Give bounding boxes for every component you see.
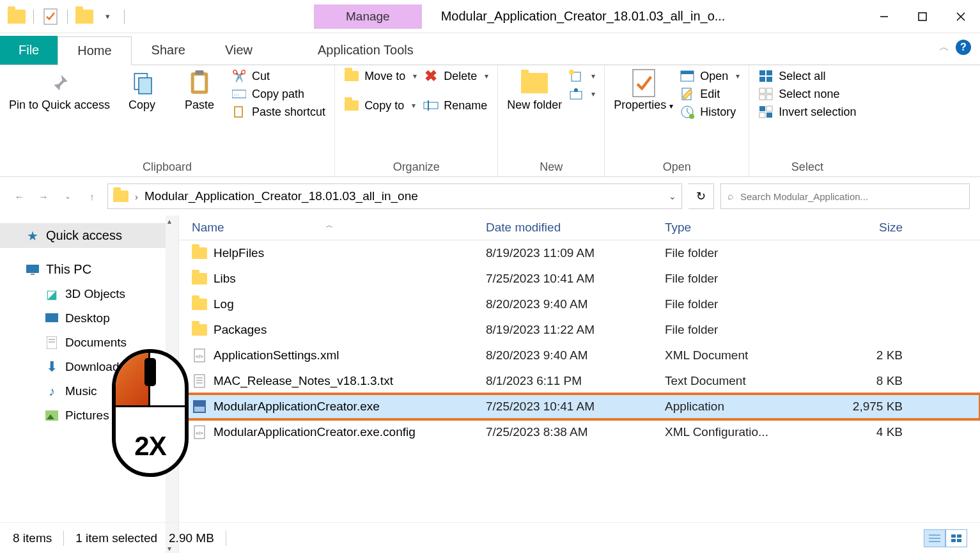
open-button[interactable]: Open	[680, 69, 740, 83]
sidebar-item-desktop[interactable]: Desktop	[0, 306, 178, 331]
maximize-button[interactable]	[903, 4, 942, 29]
svg-point-17	[569, 70, 574, 75]
sidebar-item-label: Pictures	[65, 409, 109, 423]
back-button[interactable]: ←	[10, 187, 28, 205]
svg-point-19	[574, 88, 578, 92]
column-name[interactable]: Name︿	[179, 221, 486, 235]
history-button[interactable]: History	[680, 105, 740, 119]
search-icon: ⌕	[727, 191, 734, 202]
svg-rect-33	[766, 95, 772, 100]
file-row[interactable]: ModularApplicationCreator.exe7/25/2023 1…	[179, 394, 980, 419]
delete-button[interactable]: ✖Delete	[423, 69, 488, 83]
invert-selection-button[interactable]: Invert selection	[758, 105, 856, 119]
new-folder-button[interactable]: New folder	[507, 69, 562, 112]
sidebar-item-label: This PC	[46, 262, 91, 277]
file-row[interactable]: </>ModularApplicationCreator.exe.config7…	[179, 419, 980, 445]
icons-view-button[interactable]	[945, 529, 967, 547]
svg-text:···: ···	[234, 91, 239, 98]
copy-button[interactable]: Copy	[116, 69, 167, 112]
move-to-button[interactable]: Move to	[344, 69, 417, 83]
group-label-open: Open	[614, 160, 740, 175]
cube-icon: ◪	[45, 287, 59, 301]
properties-button[interactable]: Properties ▾	[614, 69, 673, 112]
properties-icon	[630, 69, 658, 97]
up-button[interactable]: ↑	[83, 187, 101, 205]
column-type[interactable]: Type	[665, 221, 818, 235]
properties-qat-button[interactable]	[42, 8, 59, 26]
svg-rect-20	[633, 70, 655, 97]
column-size[interactable]: Size	[818, 221, 914, 235]
chevron-down-icon[interactable]: ⌄	[669, 191, 676, 201]
details-view-button[interactable]	[924, 529, 945, 547]
sidebar-item-this-pc[interactable]: This PC	[0, 257, 178, 282]
music-icon: ♪	[45, 384, 59, 398]
svg-rect-30	[759, 88, 765, 93]
file-row[interactable]: Packages8/19/2023 11:22 AMFile folder	[179, 317, 980, 343]
edit-button[interactable]: Edit	[680, 87, 740, 101]
search-input[interactable]: ⌕ Search Modular_Application...	[720, 183, 970, 209]
copy-path-button[interactable]: ···Copy path	[231, 87, 325, 101]
select-none-label: Select none	[779, 88, 839, 101]
svg-rect-6	[139, 78, 152, 94]
refresh-button[interactable]: ↻	[688, 183, 714, 209]
file-row[interactable]: Log8/20/2023 9:40 AMFile folder	[179, 292, 980, 317]
paste-button[interactable]: Paste	[174, 69, 225, 112]
selection-count: 1 item selected	[75, 531, 157, 545]
copy-label: Copy	[128, 98, 155, 112]
select-none-icon	[758, 87, 774, 101]
select-none-button[interactable]: Select none	[758, 87, 856, 101]
select-all-label: Select all	[779, 70, 825, 83]
file-row[interactable]: Libs7/25/2023 10:41 AMFile folder	[179, 266, 980, 292]
rename-button[interactable]: Rename	[423, 98, 488, 113]
sidebar-item-3d-objects[interactable]: ◪3D Objects	[0, 282, 178, 306]
sidebar-item-label: Quick access	[46, 228, 122, 243]
minimize-button[interactable]	[865, 4, 903, 29]
file-row[interactable]: HelpFiles8/19/2023 11:09 AMFile folder	[179, 240, 980, 266]
svg-rect-14	[424, 102, 438, 109]
svg-rect-2	[919, 13, 926, 20]
separator	[124, 10, 125, 24]
properties-label: Properties	[614, 98, 666, 111]
svg-rect-29	[766, 77, 772, 82]
easy-access-icon	[568, 87, 584, 101]
tab-application-tools[interactable]: Application Tools	[298, 36, 433, 65]
breadcrumb-segment[interactable]: Modular_Application_Creator_18.01.03_all…	[144, 189, 418, 203]
sidebar-item-quick-access[interactable]: ★ Quick access	[0, 223, 178, 248]
qat-dropdown[interactable]: ▾	[98, 8, 116, 26]
ribbon-group-open: Properties ▾ Open Edit History Open	[605, 65, 749, 176]
new-item-button[interactable]	[568, 69, 595, 83]
file-name: Libs	[214, 272, 236, 286]
shortcut-icon	[231, 105, 247, 119]
column-date[interactable]: Date modified	[486, 221, 665, 235]
select-all-button[interactable]: Select all	[758, 69, 856, 83]
monitor-icon	[26, 263, 40, 277]
pin-to-quick-access-button[interactable]: Pin to Quick access	[9, 69, 110, 112]
file-type: File folder	[665, 323, 818, 337]
tab-home[interactable]: Home	[58, 36, 131, 65]
tab-view[interactable]: View	[205, 36, 272, 65]
cut-button[interactable]: ✂️Cut	[231, 69, 325, 83]
tab-file[interactable]: File	[0, 36, 58, 65]
file-row[interactable]: </>ApplicationSettings.xml8/20/2023 9:40…	[179, 343, 980, 368]
svg-rect-35	[766, 106, 772, 111]
folder-icon	[113, 191, 128, 202]
file-name: MAC_Release_Notes_v18.1.3.txt	[214, 374, 393, 388]
file-name: ModularApplicationCreator.exe.config	[214, 425, 416, 439]
address-bar[interactable]: › Modular_Application_Creator_18.01.03_a…	[107, 183, 682, 209]
file-row[interactable]: MAC_Release_Notes_v18.1.3.txt8/1/2023 6:…	[179, 368, 980, 394]
nav-bar: ← → ⌄ ↑ › Modular_Application_Creator_18…	[0, 177, 980, 215]
forward-button[interactable]: →	[35, 187, 52, 205]
file-type: XML Document	[665, 348, 818, 362]
recent-dropdown[interactable]: ⌄	[59, 187, 77, 205]
file-date: 7/25/2023 8:38 AM	[486, 425, 665, 439]
help-icon[interactable]: ?	[956, 40, 971, 55]
copy-to-button[interactable]: Copy to	[344, 98, 417, 113]
tab-share[interactable]: Share	[132, 36, 205, 65]
window-title: Modular_Application_Creator_18.01.03_all…	[422, 9, 865, 24]
separator	[67, 10, 68, 24]
collapse-ribbon-icon[interactable]: ︿	[939, 41, 949, 54]
easy-access-button[interactable]	[568, 87, 595, 101]
paste-shortcut-button[interactable]: Paste shortcut	[231, 105, 325, 119]
file-date: 7/25/2023 10:41 AM	[486, 400, 665, 414]
close-button[interactable]	[942, 4, 980, 29]
